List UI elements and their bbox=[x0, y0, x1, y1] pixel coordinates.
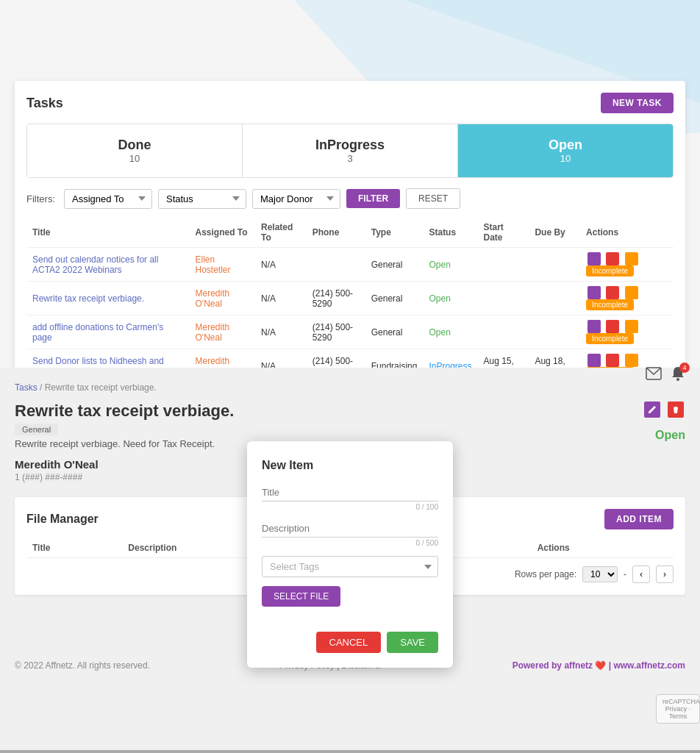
cell-title: add offline donations to Carmen's page bbox=[26, 315, 190, 349]
title-char-count: 0 / 100 bbox=[262, 503, 438, 511]
cell-status: Open bbox=[423, 282, 477, 315]
assigned-link[interactable]: Ellen Hostetler bbox=[196, 254, 231, 275]
file-upload-area: SELECT FILE bbox=[262, 586, 438, 623]
select-file-button[interactable]: SELECT FILE bbox=[262, 586, 340, 607]
cell-start bbox=[477, 315, 529, 349]
task-title-link[interactable]: add offline donations to Carmen's page bbox=[32, 322, 163, 343]
email-icon[interactable] bbox=[625, 252, 638, 265]
cell-title: Rewrite tax receipt verbiage. bbox=[26, 282, 190, 315]
recaptcha: reCAPTCHAPrivacy · Terms bbox=[656, 694, 700, 724]
cell-title: Send out calendar notices for all ACTA2 … bbox=[26, 248, 190, 282]
cell-phone: (214) 500-5290 bbox=[307, 282, 365, 315]
tags-select[interactable]: Select Tags bbox=[262, 556, 438, 577]
assigned-to-filter[interactable]: Assigned To bbox=[64, 189, 152, 209]
tasks-header: Tasks NEW TASK bbox=[26, 93, 674, 113]
cell-type: General bbox=[365, 315, 424, 349]
description-input[interactable] bbox=[262, 520, 438, 538]
cell-assigned: Meredith O'Neal bbox=[190, 282, 256, 315]
table-row: Rewrite tax receipt verbiage. Meredith O… bbox=[26, 282, 674, 315]
edit-icon[interactable] bbox=[588, 252, 601, 265]
cell-actions: Incomplete bbox=[580, 282, 674, 315]
cell-phone: (214) 500-5290 bbox=[307, 315, 365, 349]
page-wrapper: Tasks NEW TASK Done 10 InProgress 3 Open… bbox=[0, 0, 700, 753]
inprogress-label: InProgress bbox=[256, 138, 444, 153]
col-type: Type bbox=[365, 218, 424, 248]
task-title-link[interactable]: Send out calendar notices for all ACTA2 … bbox=[32, 254, 158, 275]
delete-icon[interactable] bbox=[606, 286, 619, 299]
cell-actions: Incomplete bbox=[580, 315, 674, 349]
cell-status: Open bbox=[423, 315, 477, 349]
done-count: 10 bbox=[40, 153, 229, 164]
cell-status: Open bbox=[423, 248, 477, 282]
assigned-link[interactable]: Meredith O'Neal bbox=[196, 288, 230, 309]
incomplete-badge: Incomplete bbox=[586, 333, 634, 344]
status-card-done[interactable]: Done 10 bbox=[27, 124, 243, 177]
edit-icon[interactable] bbox=[588, 354, 601, 367]
col-actions: Actions bbox=[580, 218, 674, 248]
cell-type: General bbox=[365, 282, 424, 315]
cell-related: N/A bbox=[255, 315, 307, 349]
description-field: 0 / 500 bbox=[262, 520, 438, 547]
email-icon[interactable] bbox=[625, 286, 638, 299]
task-title-link[interactable]: Rewrite tax receipt verbiage. bbox=[32, 293, 144, 304]
delete-icon[interactable] bbox=[606, 354, 619, 367]
inprogress-count: 3 bbox=[256, 153, 444, 164]
cell-related: N/A bbox=[255, 282, 307, 315]
cell-actions: Incomplete bbox=[580, 248, 674, 282]
cancel-button[interactable]: CANCEL bbox=[316, 632, 382, 653]
email-icon[interactable] bbox=[625, 320, 638, 333]
cell-start bbox=[477, 248, 529, 282]
status-cards: Done 10 InProgress 3 Open 10 bbox=[26, 124, 674, 178]
edit-icon[interactable] bbox=[588, 320, 601, 333]
modal-actions: CANCEL SAVE bbox=[262, 632, 438, 653]
edit-icon[interactable] bbox=[588, 286, 601, 299]
cell-assigned: Ellen Hostetler bbox=[190, 248, 256, 282]
col-phone: Phone bbox=[307, 218, 365, 248]
done-label: Done bbox=[40, 138, 229, 153]
incomplete-badge: Incomplete bbox=[586, 299, 634, 310]
filters-row: Filters: Assigned To Status Major Donor … bbox=[26, 188, 674, 209]
open-label: Open bbox=[471, 138, 660, 153]
cell-due bbox=[529, 282, 580, 315]
status-card-open[interactable]: Open 10 bbox=[458, 124, 673, 177]
reset-button[interactable]: RESET bbox=[406, 188, 460, 209]
table-header-row: Title Assigned To Related To Phone Type … bbox=[26, 218, 674, 248]
delete-icon[interactable] bbox=[606, 320, 619, 333]
filter-button[interactable]: FILTER bbox=[346, 189, 400, 208]
incomplete-badge: Incomplete bbox=[586, 265, 634, 276]
col-start: Start Date bbox=[477, 218, 529, 248]
cell-related: N/A bbox=[255, 248, 307, 282]
tasks-title: Tasks bbox=[26, 96, 63, 111]
modal-title: New Item bbox=[262, 459, 438, 472]
cell-due bbox=[529, 248, 580, 282]
cell-assigned: Meredith O'Neal bbox=[190, 315, 256, 349]
col-title: Title bbox=[26, 218, 190, 248]
tags-field: Select Tags bbox=[262, 556, 438, 577]
title-input[interactable] bbox=[262, 484, 438, 502]
cell-due bbox=[529, 315, 580, 349]
col-status: Status bbox=[423, 218, 477, 248]
save-button[interactable]: SAVE bbox=[387, 632, 438, 653]
table-row: add offline donations to Carmen's page M… bbox=[26, 315, 674, 349]
email-icon[interactable] bbox=[625, 354, 638, 367]
cell-start bbox=[477, 282, 529, 315]
status-filter[interactable]: Status bbox=[158, 189, 246, 209]
status-card-inprogress[interactable]: InProgress 3 bbox=[243, 124, 458, 177]
table-row: Send out calendar notices for all ACTA2 … bbox=[26, 248, 674, 282]
modal-overlay: New Item 0 / 100 0 / 500 Select Tags SEL… bbox=[0, 368, 700, 753]
filters-label: Filters: bbox=[26, 193, 55, 204]
major-donor-filter[interactable]: Major Donor bbox=[252, 189, 340, 209]
col-due: Due By bbox=[529, 218, 580, 248]
description-char-count: 0 / 500 bbox=[262, 539, 438, 547]
cell-type: General bbox=[365, 248, 424, 282]
col-related: Related To bbox=[255, 218, 307, 248]
cell-phone bbox=[307, 248, 365, 282]
title-field: 0 / 100 bbox=[262, 484, 438, 511]
new-item-modal: New Item 0 / 100 0 / 500 Select Tags SEL… bbox=[247, 441, 453, 668]
new-task-button[interactable]: NEW TASK bbox=[601, 93, 674, 113]
assigned-link[interactable]: Meredith O'Neal bbox=[196, 322, 230, 343]
delete-icon[interactable] bbox=[606, 252, 619, 265]
open-count: 10 bbox=[471, 153, 660, 164]
col-assigned: Assigned To bbox=[190, 218, 256, 248]
